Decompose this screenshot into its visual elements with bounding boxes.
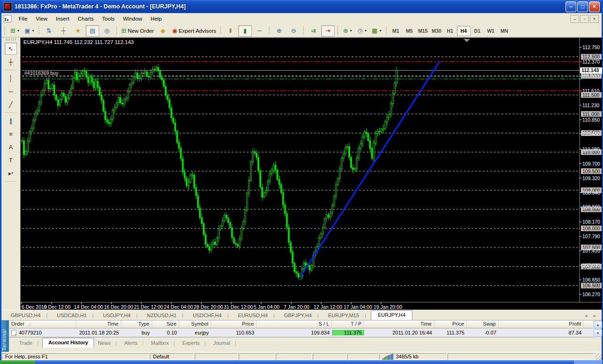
maximize-button[interactable]: □ [577,1,588,12]
navigator-button[interactable]: ★ [71,25,85,36]
column-header-order[interactable]: Order△ [9,320,76,328]
text-label-tool-button[interactable]: T [5,154,17,166]
terminal-tab-label: Trade [19,340,32,346]
tab-scroll-left-icon[interactable]: ◄ [584,313,588,318]
indicators-button[interactable]: ⊕▾ [341,25,354,36]
timeframe-m30-button[interactable]: M30 [430,26,443,36]
column-header-profit[interactable]: Profit [499,320,584,328]
new-order-button[interactable]: ⊞New Order [120,25,155,36]
bar-chart-button[interactable]: ‖ [224,25,237,36]
history-table-row[interactable]: 407792102011.01.18 20:25buy0.10eurjpy110… [9,328,593,337]
windows-taskbar[interactable] [0,360,603,364]
chart-tab-usdjpyh4[interactable]: USDJPY,H4| [98,311,142,320]
terminal-tab-experts[interactable]: Experts| [178,339,209,348]
timeframe-d1-button[interactable]: D1 [471,26,484,36]
column-header-time[interactable]: Time [76,320,121,328]
horizontal-line-tool-button[interactable]: ─ [5,85,17,97]
profiles-button[interactable]: ▣▾ [22,25,36,36]
chart-tab-gbpusdh4[interactable]: GBPUSD,H4| [6,311,52,320]
column-header-sl[interactable]: S / L [257,320,332,328]
terminal-tab-account-history[interactable]: Account History [42,338,94,348]
timeframe-h4-button[interactable]: H4 [457,26,471,36]
chart-tab-label: USDCAD,H1 [57,313,87,318]
column-header-type[interactable]: Type [121,320,152,328]
column-header-price[interactable]: Price [211,320,257,328]
timeframe-m1-button[interactable]: M1 [389,26,403,36]
chart-tab-gbpjpyh4[interactable]: GBPJPY,H4| [279,311,324,320]
text-tool-button[interactable]: A [5,141,17,153]
terminal-tab-trade[interactable]: Trade| [15,339,42,348]
equidistant-channel-tool-button[interactable]: ∥ [5,115,17,127]
column-header-tp[interactable]: T / P [332,320,364,328]
candlestick-chart[interactable]: 112.500112.000111.500111.000110.500110.0… [21,38,602,310]
terminal-tab-alerts[interactable]: Alerts| [121,339,147,348]
scroll-down-icon[interactable]: ▼ [594,329,602,337]
line-chart-button[interactable]: ∼ [253,25,266,36]
timeframe-h1-button[interactable]: H1 [443,26,457,36]
terminal-tab-journal[interactable]: Journal| [209,339,240,348]
market-watch-button[interactable]: ⇅ [42,25,56,36]
menu-item-window[interactable]: Window [119,15,147,23]
timeframe-m15-button[interactable]: M15 [416,26,430,36]
mdi-restore-button[interactable]: ▫ [580,15,589,23]
fibonacci-retracement-tool-button[interactable]: ≡ [5,128,17,140]
menu-item-view[interactable]: View [32,15,52,23]
tab-scroll-right-icon[interactable]: ► [593,313,597,318]
terminal-toggle-button[interactable]: ▤ [86,25,99,36]
price-tick-label: 106.270 [582,291,600,297]
chart-tab-usdcadh1[interactable]: USDCAD,H1| [52,311,98,320]
close-button[interactable]: × [589,1,600,12]
templates-button[interactable]: ▦▾ [370,25,383,36]
connection-bar [384,357,385,360]
candlestick-chart-button[interactable]: ▮ [238,25,252,36]
menu-item-tools[interactable]: Tools [98,15,119,23]
chart-tab-usdchfh4[interactable]: USDCHF,H4| [188,311,234,320]
new-chart-button[interactable]: ⊞▾ [8,25,22,36]
chart-shift-button[interactable]: ⇥ [321,25,335,36]
toolbar-grip [116,26,118,36]
start-button[interactable] [0,360,36,364]
trendline-tool-button[interactable]: ╱ [5,98,17,110]
data-window-button[interactable]: ┼ [57,25,70,36]
column-header-symbol[interactable]: Symbol [179,320,211,328]
column-header-swap[interactable]: Swap [467,320,499,328]
chart-tab-eurusdh4[interactable]: EURUSD,H4| [233,311,279,320]
chart-tab-nzdusdh1[interactable]: NZDUSD,H1| [142,311,188,320]
minimize-button[interactable]: – [566,1,576,12]
menu-item-file[interactable]: File [15,15,32,23]
zoom-out-button[interactable]: ⊖ [287,25,301,36]
timeframe-w1-button[interactable]: W1 [484,26,498,36]
cursor-tool-button[interactable]: ↖ [5,43,17,55]
crosshair-tool-button[interactable]: ┼ [5,56,17,68]
terminal-tab-news[interactable]: News| [94,339,120,348]
status-profile[interactable]: Default [150,353,194,360]
zoom-in-button[interactable]: ⊕ [272,25,286,36]
metaeditor-button[interactable]: ◆ [156,25,170,36]
mdi-close-button[interactable]: × [590,15,599,23]
arrows-tool-button[interactable]: ▸▾ [5,167,17,179]
terminal-scrollbar[interactable]: ▲ ▼ [593,320,602,337]
menu-item-insert[interactable]: Insert [51,15,74,23]
column-header-price[interactable]: Price [434,320,467,328]
expert-advisors-button[interactable]: ◉Expert Advisors [171,25,218,36]
menu-item-help[interactable]: Help [147,15,166,23]
cell-tp: 111.375 [332,330,364,335]
auto-scroll-icon: ⇉ [311,27,316,34]
strategy-tester-button[interactable]: ◎ [100,25,114,36]
menu-item-charts[interactable]: Charts [74,15,98,23]
chart-tab-eurjpyh4[interactable]: EURJPY,H4 [371,310,412,320]
status-empty-panel [195,353,238,360]
timeframe-m5-button[interactable]: M5 [403,26,416,36]
auto-scroll-button[interactable]: ⇉ [307,25,320,36]
timeframe-mn-button[interactable]: MN [498,26,511,36]
column-header-time[interactable]: Time [364,320,434,328]
chart-tab-eurjpym15[interactable]: EURJPY,M15| [324,311,371,320]
cell-value: 111.375 [344,330,362,335]
column-header-size[interactable]: Size [152,320,179,328]
terminal-tab-mailbox[interactable]: Mailbox| [147,339,179,348]
scroll-up-icon[interactable]: ▲ [594,321,602,328]
periods-button[interactable]: ◷▾ [355,25,369,36]
mdi-minimize-button[interactable]: – [570,15,579,23]
vertical-line-tool-button[interactable]: │ [5,72,17,84]
tab-separator: | [205,340,206,346]
